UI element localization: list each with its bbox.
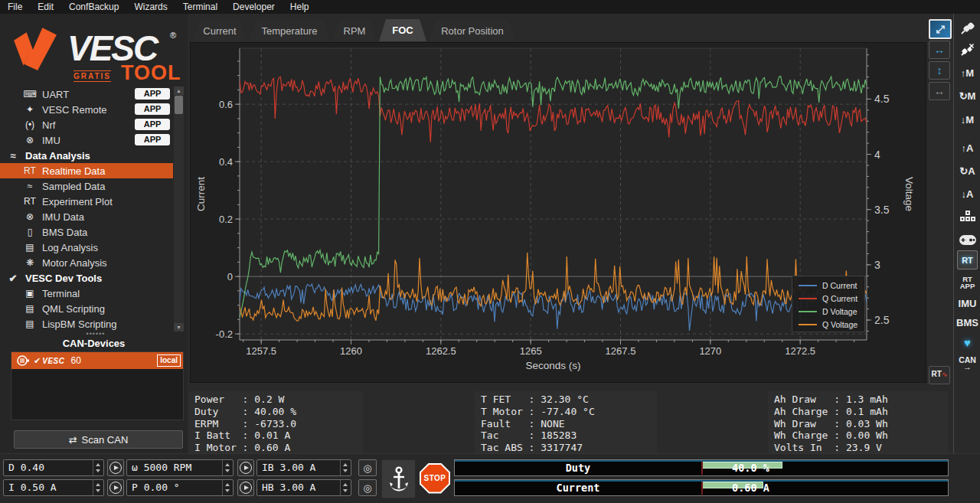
disconnect-button[interactable] bbox=[954, 41, 980, 59]
play-icon bbox=[240, 462, 252, 474]
rpm-setpoint-field[interactable]: ω 5000 RPM bbox=[126, 459, 234, 476]
run-position-button[interactable] bbox=[237, 479, 254, 496]
sidebar-item-motor-analysis[interactable]: ❋Motor Analysis bbox=[0, 255, 173, 270]
firmware-blocks-button[interactable] bbox=[954, 207, 980, 225]
realtime-plot[interactable]: 1257.512601262.512651267.512701272.5-0.2… bbox=[190, 42, 926, 383]
d-voltage-line-icon bbox=[799, 311, 817, 312]
current-spinner[interactable] bbox=[93, 480, 103, 495]
keep-alive-heart-button[interactable]: ♥ bbox=[954, 333, 980, 351]
logo-tool: TOOL bbox=[121, 61, 181, 85]
menu-confbackup[interactable]: ConfBackup bbox=[61, 0, 126, 14]
sidebar-item-bms-data[interactable]: ▯BMS Data bbox=[0, 224, 173, 240]
scan-can-button[interactable]: ⇄ Scan CAN bbox=[14, 430, 183, 449]
current-setpoint-field[interactable]: I 0.50 A bbox=[3, 479, 104, 496]
rescale-horizontal-button[interactable]: ↔ bbox=[929, 82, 950, 100]
sidebar-item-lispbm-scripting[interactable]: ▤LispBM Scripting bbox=[0, 316, 173, 332]
position-spinner[interactable] bbox=[222, 480, 233, 495]
sidebar-item-data-analysis[interactable]: ≈Data Analysis bbox=[0, 148, 173, 163]
svg-text:0.2: 0.2 bbox=[219, 214, 233, 225]
menu-edit[interactable]: Edit bbox=[30, 0, 61, 14]
sidebar-item-vesc-remote[interactable]: ✦VESC RemoteAPP bbox=[0, 102, 173, 117]
run-duty-button[interactable] bbox=[107, 459, 124, 476]
sidebar-item-vesc-dev-tools[interactable]: ✔VESC Dev Tools bbox=[0, 270, 173, 286]
motor-analysis-icon: ❋ bbox=[21, 257, 38, 268]
sidebar-item-realtime-data[interactable]: RTRealtime Data bbox=[0, 163, 173, 178]
svg-text:2.5: 2.5 bbox=[874, 314, 890, 326]
app-badge: APP bbox=[135, 119, 170, 130]
keep-alive-heart-label: ♥ bbox=[964, 336, 971, 349]
connect-button[interactable] bbox=[954, 19, 980, 38]
write-motor-config-button[interactable]: ↓M bbox=[954, 110, 980, 129]
read-app-config-button[interactable]: ↑A bbox=[954, 139, 980, 157]
keyboard-control-hb-button[interactable]: ◎ bbox=[358, 479, 377, 496]
imu-data-button[interactable]: IMU bbox=[954, 294, 980, 312]
duty-spinner[interactable] bbox=[93, 460, 103, 475]
tab-rpm[interactable]: RPM bbox=[332, 21, 377, 41]
write-app-config-button[interactable]: ↓A bbox=[954, 185, 980, 203]
handbrake-anchor-button[interactable] bbox=[381, 459, 416, 498]
sidebar-item-label: Motor Analysis bbox=[42, 257, 107, 269]
menu-help[interactable]: Help bbox=[283, 0, 317, 14]
tab-temperature[interactable]: Temperature bbox=[249, 21, 330, 41]
tab-foc[interactable]: FOC bbox=[379, 19, 426, 41]
lispbm-scripting-icon: ▤ bbox=[21, 318, 38, 329]
read-default-motor-config-button[interactable]: ↻M bbox=[954, 87, 980, 105]
svg-text:4.5: 4.5 bbox=[874, 93, 890, 105]
rpm-spinner[interactable] bbox=[222, 460, 233, 475]
handbrake-current-field[interactable]: HB 3.00 A bbox=[256, 479, 351, 496]
menu-file[interactable]: File bbox=[0, 0, 30, 14]
sidebar-item-imu-data[interactable]: ⊗IMU Data bbox=[0, 209, 173, 224]
keyboard-control-ib-button[interactable]: ◎ bbox=[358, 459, 377, 476]
gamepad-control-button[interactable] bbox=[954, 230, 980, 249]
realtime-data-toggle-button[interactable]: RT bbox=[957, 250, 978, 269]
menu-wizards[interactable]: Wizards bbox=[126, 0, 175, 14]
duty-setpoint-field[interactable]: D 0.40 bbox=[3, 459, 104, 476]
keyboard-control-icon: ◎ bbox=[363, 462, 371, 474]
vesc-v-icon bbox=[11, 24, 58, 72]
zoom-box-button[interactable]: ⤢ bbox=[929, 19, 952, 39]
position-setpoint-field[interactable]: P 0.00 ° bbox=[126, 479, 234, 496]
sidebar-item-terminal[interactable]: ▣Terminal bbox=[0, 286, 173, 301]
sidebar-item-nrf[interactable]: (•)NrfAPP bbox=[0, 117, 173, 132]
read-default-app-config-button[interactable]: ↻A bbox=[954, 162, 980, 180]
zoom-horizontal-button[interactable]: ↔ bbox=[929, 41, 950, 59]
svg-text:-0.2: -0.2 bbox=[216, 328, 233, 340]
sidebar-scrollbar[interactable]: ▲ ▼ bbox=[174, 87, 184, 332]
sidebar-item-sampled-data[interactable]: ≈Sampled Data bbox=[0, 178, 173, 194]
sidebar-item-qml-scripting[interactable]: ▤QML Scripting bbox=[0, 301, 173, 316]
scrollbar-thumb[interactable] bbox=[175, 96, 183, 114]
can-device-row[interactable]: ✔ VESC 60 local bbox=[11, 352, 183, 369]
run-rpm-button[interactable] bbox=[237, 459, 254, 476]
sidebar-item-log-analysis[interactable]: ▤Log Analysis bbox=[0, 240, 173, 255]
run-current-button[interactable] bbox=[107, 479, 124, 496]
splitter-handle[interactable]: •••••• bbox=[80, 332, 111, 336]
menu-developer[interactable]: Developer bbox=[225, 0, 283, 14]
zoom-vertical-button[interactable]: ↕ bbox=[929, 61, 950, 80]
sampled-data-icon: ≈ bbox=[21, 181, 38, 191]
brake-current-field[interactable]: IB 3.00 A bbox=[256, 459, 351, 476]
scroll-up-icon[interactable]: ▲ bbox=[174, 87, 184, 95]
bms-data-button[interactable]: BMS bbox=[954, 313, 980, 332]
read-motor-config-button[interactable]: ↑M bbox=[954, 64, 980, 82]
sidebar-item-experiment-plot[interactable]: RTExperiment Plot bbox=[0, 194, 173, 209]
can-forward-button[interactable]: CAN→ bbox=[954, 354, 980, 373]
tab-current[interactable]: Current bbox=[193, 21, 247, 41]
can-devices-title: CAN-Devices bbox=[0, 338, 188, 349]
tab-rotor-position[interactable]: Rotor Position bbox=[429, 21, 516, 41]
svg-text:1262.5: 1262.5 bbox=[426, 345, 456, 357]
sidebar-item-uart[interactable]: ⌨UARTAPP bbox=[0, 87, 173, 102]
play-icon bbox=[109, 482, 122, 494]
scroll-down-icon[interactable]: ▼ bbox=[174, 323, 184, 332]
hb-spinner[interactable] bbox=[340, 480, 351, 495]
sidebar-item-imu[interactable]: ⊗IMUAPP bbox=[0, 132, 173, 148]
rescale-horizontal-icon: ↔ bbox=[934, 85, 945, 97]
menu-terminal[interactable]: Terminal bbox=[175, 0, 225, 14]
sidebar-item-label: Terminal bbox=[42, 288, 80, 299]
ib-spinner[interactable] bbox=[340, 460, 351, 475]
d-current-line-icon bbox=[799, 285, 817, 286]
rt-corner-button[interactable]: RT∿ bbox=[929, 366, 950, 384]
data-analysis-icon: ≈ bbox=[5, 150, 21, 162]
write-app-config-label: ↓A bbox=[962, 188, 974, 200]
stop-button[interactable]: STOP bbox=[419, 459, 451, 497]
rt-app-data-button[interactable]: RTAPP bbox=[954, 273, 980, 292]
